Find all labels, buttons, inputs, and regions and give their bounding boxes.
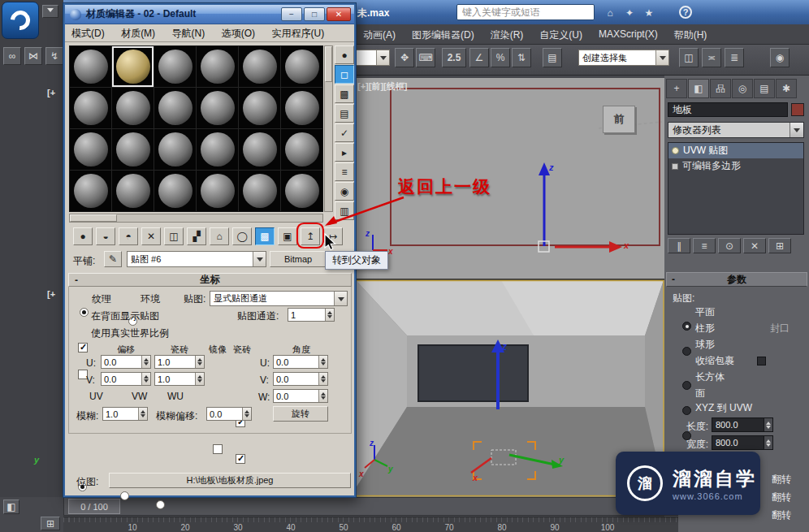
material-slot[interactable] [70, 171, 111, 211]
material-slot[interactable] [197, 46, 238, 87]
material-slot-active[interactable] [112, 46, 154, 87]
v-angle-spinner[interactable]: 0.0 [273, 372, 328, 386]
u-angle-spinner[interactable]: 0.0 [273, 355, 328, 369]
scrollbar-thumb[interactable] [70, 214, 117, 222]
uv-label[interactable]: UV [89, 391, 103, 402]
v-mirror-checkbox[interactable] [213, 444, 223, 454]
flip-w-label[interactable]: 翻转 [772, 508, 791, 522]
cap-label[interactable]: 封口 [770, 322, 790, 335]
minimize-button[interactable]: − [281, 7, 302, 21]
me-menu-options[interactable]: 选项(O) [215, 24, 262, 43]
time-slider-handle[interactable]: 0 / 100 [68, 499, 120, 514]
mini-listener-button[interactable]: ◧ [3, 500, 19, 514]
track-bar-ruler[interactable]: 10 20 30 40 50 60 70 80 90 100 [63, 517, 678, 532]
get-material-button[interactable]: ● [73, 227, 93, 245]
angle-snap-button[interactable]: ∠ [469, 48, 489, 67]
wu-radio[interactable] [156, 500, 165, 509]
spinner-arrows-icon[interactable] [764, 418, 772, 431]
maximize-button[interactable]: □ [304, 7, 325, 21]
tab-utilities[interactable]: ✱ [776, 79, 797, 98]
pin-stack-button[interactable]: ∥ [668, 238, 690, 253]
v-tiling-spinner[interactable]: 1.0 [154, 372, 205, 386]
menu-maxscript[interactable]: MAXScript(X) [591, 24, 666, 45]
real-world-scale-label[interactable]: 使用真实世界比例 [91, 327, 169, 340]
options-button[interactable]: ≡ [335, 162, 354, 181]
material-slot[interactable] [154, 129, 196, 170]
material-map-navigator-button[interactable]: ▥ [335, 201, 354, 220]
sample-type-button[interactable]: ● [335, 45, 354, 64]
tab-modify[interactable]: ◧ [688, 79, 709, 98]
menu-help[interactable]: 帮助(H) [666, 24, 716, 45]
grid-toggle-button[interactable]: ⊞ [41, 517, 60, 530]
sample-horizontal-scrollbar[interactable] [69, 214, 323, 223]
reset-map-button[interactable]: ✕ [141, 227, 161, 245]
select-and-manipulate-button[interactable]: ✥ [395, 48, 414, 67]
mapping-spherical-label[interactable]: 球形 [695, 338, 715, 352]
material-slot[interactable] [154, 46, 196, 87]
me-menu-navigation[interactable]: 导航(N) [166, 24, 212, 43]
percent-snap-button[interactable]: % [491, 48, 510, 67]
scrollbar-thumb[interactable] [325, 46, 332, 82]
mapping-face-label[interactable]: 面 [695, 387, 705, 400]
modifier-on-icon[interactable] [672, 147, 679, 154]
stack-item-editable-poly[interactable]: 可编辑多边形 [668, 158, 803, 174]
pick-material-from-object-button[interactable]: ✎ [104, 251, 122, 267]
flip-v-label[interactable]: 翻转 [772, 491, 791, 504]
map-channel-spinner[interactable]: 1 [288, 308, 335, 322]
video-color-check-button[interactable]: ✓ [335, 123, 354, 142]
close-button[interactable]: ✕ [327, 7, 351, 21]
length-spinner[interactable]: 800.0 [712, 417, 773, 432]
material-slot[interactable] [281, 129, 322, 170]
me-menu-material[interactable]: 材质(M) [115, 24, 162, 43]
material-id-channel-button[interactable]: ◯ [232, 227, 252, 245]
backlight-button[interactable]: ◻ [335, 65, 354, 84]
w-angle-spinner[interactable]: 0.0 [273, 389, 328, 403]
stack-item-uvw-map[interactable]: UVW 贴图 [668, 143, 803, 158]
go-to-sibling-button[interactable]: ↦ [323, 227, 343, 245]
material-slot[interactable] [112, 88, 154, 128]
material-slot[interactable] [239, 88, 280, 128]
mapping-spherical-radio[interactable] [682, 381, 691, 390]
toolbar-combo-stub[interactable] [356, 50, 390, 66]
tab-hierarchy[interactable]: 品 [710, 79, 731, 98]
make-preview-button[interactable]: ▸ [335, 143, 354, 162]
remove-modifier-button[interactable]: ✕ [743, 238, 766, 253]
tab-motion[interactable]: ◎ [732, 79, 753, 98]
home-icon[interactable]: ⌂ [603, 6, 617, 19]
spinner-snap-button[interactable]: ⇅ [512, 48, 531, 67]
spinner-arrows-icon[interactable] [318, 390, 327, 402]
menu-animation[interactable]: 动画(A) [355, 24, 404, 45]
v-offset-spinner[interactable]: 0.0 [101, 372, 151, 386]
coordinates-rollout-header[interactable]: -坐标 [68, 273, 352, 287]
blur-spinner[interactable]: 1.0 [102, 407, 148, 421]
bitmap-path-button[interactable]: H:\地板\地板材质.jpeg [109, 473, 351, 488]
material-slot[interactable] [239, 129, 280, 170]
material-slot[interactable] [281, 171, 322, 211]
material-slot[interactable] [154, 88, 196, 128]
align-button[interactable]: ≍ [702, 48, 721, 67]
material-slot[interactable] [70, 129, 111, 170]
sample-tiling-button[interactable]: ▤ [335, 104, 354, 123]
search-input[interactable] [456, 4, 595, 20]
material-slot[interactable] [70, 88, 111, 128]
spinner-arrows-icon[interactable] [325, 309, 334, 321]
mapping-planar-radio[interactable] [682, 322, 691, 331]
wu-label[interactable]: WU [167, 391, 184, 402]
app-logo[interactable] [2, 2, 39, 39]
cap-checkbox[interactable] [757, 357, 766, 365]
named-selection-set-combo[interactable]: 创建选择集 [578, 50, 669, 66]
menu-graph-editors[interactable]: 图形编辑器(D) [404, 24, 482, 45]
tab-create[interactable]: + [666, 79, 687, 98]
material-slot[interactable] [239, 46, 280, 87]
show-map-on-back-label[interactable]: 在背面显示贴图 [91, 309, 159, 323]
configure-modifier-sets-button[interactable]: ⊞ [768, 238, 791, 253]
mapping-cylindrical-label[interactable]: 柱形 [695, 322, 715, 335]
snap-toggle-button[interactable]: 2.5 [442, 48, 466, 67]
put-material-to-scene-button[interactable]: ◒ [96, 227, 115, 245]
viewport-canvas[interactable] [355, 78, 664, 497]
material-slot[interactable] [154, 171, 196, 211]
make-material-copy-button[interactable]: ◫ [164, 227, 184, 245]
help-icon[interactable]: ? [679, 6, 692, 19]
material-slot[interactable] [239, 171, 280, 211]
material-slot[interactable] [112, 171, 154, 211]
